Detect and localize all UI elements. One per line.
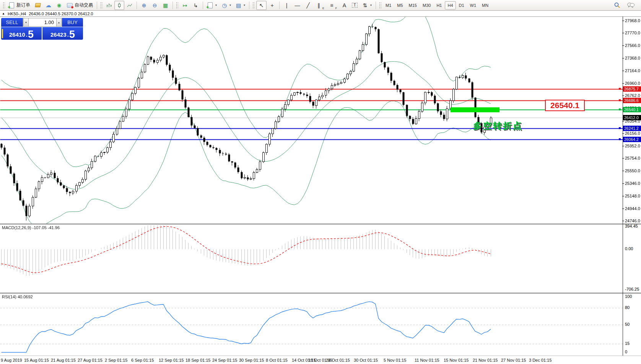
time-axis-label: 12 Sep 01:15	[159, 358, 184, 362]
autotrade-icon	[67, 3, 73, 8]
clock-icon: ◷	[221, 2, 228, 8]
zoom-out-icon: ⊖	[151, 2, 158, 8]
chat-button[interactable]	[625, 1, 636, 10]
templates-button[interactable]: ▤ ▾	[233, 1, 247, 10]
new-order-button[interactable]: + 新订单	[7, 1, 32, 10]
price-axis-tick: 27368.0	[625, 56, 640, 60]
trendline-button[interactable]: ╱	[303, 1, 313, 10]
zoom-out-button[interactable]: ⊖	[150, 1, 160, 10]
zoom-in-button[interactable]: ⊕	[139, 1, 149, 10]
macd-label: MACD(12,26,9) -107.05 -41.96	[2, 225, 60, 230]
top-toolbar: + 新订单 ☁ ◉ 自动交易 ⊕ ⊖ ▦ ↦ ↳ + ▾ ◷ ▾ ▤ ▾ ↖ +…	[0, 0, 641, 11]
sell-price-button[interactable]: 26410.5	[1, 27, 42, 40]
rsi-axis-label: 100	[625, 294, 632, 299]
new-order-label: 新订单	[16, 2, 30, 8]
dropdown-arrow-icon: ▾	[370, 3, 372, 7]
timeframe-button-m1[interactable]: M1	[383, 1, 394, 10]
rsi-axis-label: 80	[625, 305, 630, 310]
price-label-support-1[interactable]: 26241.2	[623, 126, 641, 131]
vertical-line-button[interactable]: |	[281, 1, 292, 10]
line-anchor-marker-pivot-green[interactable]	[619, 108, 621, 110]
price-axis-tick: 26960.0	[625, 81, 640, 86]
macd-axis-label: 0.00	[625, 246, 633, 251]
line-chart-icon	[127, 2, 133, 8]
price-label-pivot-green[interactable]: 26540.1	[623, 107, 641, 112]
text-label-button[interactable]: T	[350, 1, 360, 10]
time-axis-label: 24 Oct 01:15	[326, 358, 350, 362]
candlestick-chart-button[interactable]	[114, 1, 124, 10]
macd-axis-label: -706.25	[625, 287, 639, 291]
sell-button[interactable]: SELL	[1, 18, 23, 27]
indicators-icon: +	[208, 2, 213, 8]
price-label-resistance-2[interactable]: 26686.6	[623, 98, 641, 103]
tile-windows-icon: ▦	[162, 2, 169, 8]
fibonacci-button[interactable]: ≡F	[327, 1, 339, 10]
price-axis-tick: 24944.0	[625, 206, 640, 211]
price-axis-tick: 25952.0	[625, 144, 640, 148]
price-label-resistance-1[interactable]: 26875.7	[623, 86, 641, 92]
timeframe-button-m15[interactable]: M15	[406, 1, 420, 10]
dropdown-arrow-icon: ▾	[229, 3, 231, 7]
highlight-zone[interactable]	[451, 107, 499, 112]
price-label-support-2[interactable]: 26064.2	[623, 137, 641, 142]
chart-caption: ▲ HK50-,H4 26436.0 26440.5 26370.0 26412…	[0, 11, 641, 16]
bar-chart-button[interactable]	[104, 1, 114, 10]
buy-price-point: .	[67, 32, 69, 39]
time-axis-label: 21 Nov 01:15	[473, 358, 498, 362]
tile-windows-button[interactable]: ▦	[160, 1, 171, 10]
macd-canvas[interactable]	[0, 225, 623, 293]
text-button[interactable]: A	[339, 1, 350, 10]
periods-button[interactable]: ◷ ▾	[219, 1, 233, 10]
time-axis-label: 18 Sep 01:15	[185, 358, 210, 362]
data-window-button[interactable]: ☁	[43, 1, 54, 10]
level-callout-label[interactable]: 26540.1	[545, 100, 585, 111]
volume-input[interactable]	[29, 18, 56, 27]
chart-profiles-button[interactable]	[33, 1, 43, 10]
volume-decrease-button[interactable]: ▾	[23, 18, 29, 27]
arrows-icon: ⇅	[362, 2, 368, 8]
crosshair-button[interactable]: +	[267, 1, 277, 10]
autotrade-button[interactable]: 自动交易	[65, 1, 95, 10]
horizontal-line-button[interactable]: —	[292, 1, 303, 10]
line-anchor-marker-support-2[interactable]	[619, 138, 621, 140]
toolbar-grip[interactable]	[252, 2, 255, 9]
auto-scroll-button[interactable]: ↦	[180, 1, 190, 10]
search-icon	[614, 2, 620, 8]
timeframe-button-w1[interactable]: W1	[467, 1, 479, 10]
toolbar-grip[interactable]	[3, 2, 5, 9]
timeframe-button-m30[interactable]: M30	[420, 1, 433, 10]
line-chart-button[interactable]	[125, 1, 135, 10]
autotrade-label: 自动交易	[75, 2, 93, 8]
time-axis[interactable]: 9 Aug 201915 Aug 01:1521 Aug 01:1527 Aug…	[0, 356, 641, 364]
toolbar-grip[interactable]	[379, 2, 381, 9]
line-anchor-marker-support-1[interactable]	[619, 127, 621, 129]
time-axis-label: 11 Nov 01:15	[415, 358, 439, 362]
rsi-canvas[interactable]	[0, 294, 623, 356]
equidistant-channel-button[interactable]: ∥E	[314, 1, 326, 10]
signals-button[interactable]: ◉	[54, 1, 64, 10]
buy-price-button[interactable]: 26423.5	[42, 27, 83, 40]
line-anchor-marker-resistance-1[interactable]	[619, 88, 621, 90]
buy-button[interactable]: BUY	[62, 18, 83, 27]
toolbar-grip[interactable]	[176, 2, 178, 9]
chart-shift-button[interactable]: ↳	[190, 1, 201, 10]
timeframe-button-mn[interactable]: MN	[479, 1, 491, 10]
price-chart-canvas[interactable]	[0, 17, 623, 223]
rsi-pane: RSI(14) 40.0692 1008050150	[0, 294, 641, 356]
timeframe-button-h4[interactable]: H4	[445, 1, 456, 10]
line-anchor-marker-resistance-2[interactable]	[619, 99, 621, 101]
toolbar-grip[interactable]	[100, 2, 102, 9]
timeframe-button-d1[interactable]: D1	[456, 1, 467, 10]
caption-arrow-icon[interactable]: ▲	[2, 12, 5, 15]
cursor-button[interactable]: ↖	[256, 1, 267, 10]
timeframe-button-h1[interactable]: H1	[434, 1, 444, 10]
indicators-button[interactable]: + ▾	[205, 1, 219, 10]
turning-point-annotation[interactable]: 多空转折点	[473, 120, 523, 132]
arrows-button[interactable]: ⇅ ▾	[360, 1, 374, 10]
search-button[interactable]	[612, 1, 622, 10]
time-axis-label: 15 Aug 01:15	[24, 358, 49, 362]
fibo-sub-label: F	[335, 7, 337, 10]
volume-increase-button[interactable]: ▴	[56, 18, 62, 27]
timeframe-button-m5[interactable]: M5	[394, 1, 405, 10]
chart-shift-icon: ↳	[192, 2, 199, 8]
